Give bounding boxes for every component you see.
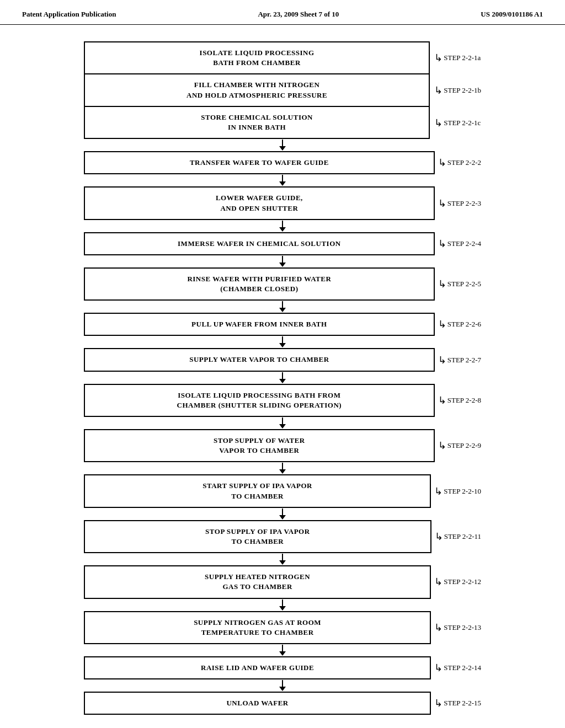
diagram-container: ISOLATE LIQUID PROCESSINGBATH FROM CHAMB… bbox=[0, 25, 565, 728]
step-row-6: IMMERSE WAFER IN CHEMICAL SOLUTION ↳ STE… bbox=[84, 232, 481, 255]
step-label-1: STEP 2-2-1a bbox=[444, 53, 481, 62]
step-row-4: TRANSFER WAFER TO WAFER GUIDE ↳ STEP 2-2… bbox=[84, 151, 481, 174]
step-box-15: SUPPLY NITROGEN GAS AT ROOMTEMPERATURE T… bbox=[84, 611, 431, 644]
step-box-wrapper-1: ISOLATE LIQUID PROCESSINGBATH FROM CHAMB… bbox=[84, 41, 430, 74]
step-box-17: UNLOAD WAFER bbox=[84, 692, 431, 715]
step-box-8: PULL UP WAFER FROM INNER BATH bbox=[84, 313, 435, 336]
header-left: Patent Application Publication bbox=[22, 10, 116, 19]
header-center: Apr. 23, 2009 Sheet 7 of 10 bbox=[258, 10, 339, 19]
bracket-label-1: ↳ STEP 2-2-1a bbox=[434, 41, 481, 74]
step-box-wrapper-14: SUPPLY HEATED NITROGENGAS TO CHAMBER bbox=[84, 565, 431, 598]
step-label-12: ↳ STEP 2-2-10 bbox=[434, 485, 481, 497]
step-label-17: ↳ STEP 2-2-15 bbox=[434, 697, 481, 709]
arrow-10-11 bbox=[84, 417, 481, 429]
arrow-9-10 bbox=[84, 372, 481, 384]
step-box-1: ISOLATE LIQUID PROCESSINGBATH FROM CHAMB… bbox=[84, 41, 430, 74]
step-box-wrapper-2: FILL CHAMBER WITH NITROGENAND HOLD ATMOS… bbox=[84, 73, 430, 106]
step-box-6: IMMERSE WAFER IN CHEMICAL SOLUTION bbox=[84, 232, 435, 255]
step-row-1: ISOLATE LIQUID PROCESSINGBATH FROM CHAMB… bbox=[84, 41, 430, 74]
step-box-wrapper-4: TRANSFER WAFER TO WAFER GUIDE bbox=[84, 151, 435, 174]
step-label-7: ↳ STEP 2-2-5 bbox=[438, 278, 481, 290]
step-box-10: ISOLATE LIQUID PROCESSING BATH FROMCHAMB… bbox=[84, 384, 435, 417]
step-box-16: RAISE LID AND WAFER GUIDE bbox=[84, 656, 431, 679]
step-label-5: ↳ STEP 2-2-3 bbox=[438, 197, 481, 210]
arrow-4-5 bbox=[84, 174, 481, 186]
step-box-3: STORE CHEMICAL SOLUTIONIN INNER BATH bbox=[84, 106, 430, 139]
step-box-wrapper-11: STOP SUPPLY OF WATERVAPOR TO CHAMBER bbox=[84, 429, 435, 462]
step-box-wrapper-7: RINSE WAFER WITH PURIFIED WATER(CHAMBER … bbox=[84, 267, 435, 301]
step-box-wrapper-5: LOWER WAFER GUIDE,AND OPEN SHUTTER bbox=[84, 186, 435, 220]
step-row-10: ISOLATE LIQUID PROCESSING BATH FROMCHAMB… bbox=[84, 384, 481, 417]
step-label-2: STEP 2-2-1b bbox=[444, 86, 481, 95]
step-box-wrapper-13: STOP SUPPLY OF IPA VAPORTO CHAMBER bbox=[84, 520, 431, 553]
step-row-2: FILL CHAMBER WITH NITROGENAND HOLD ATMOS… bbox=[84, 73, 430, 106]
step-box-2: FILL CHAMBER WITH NITROGENAND HOLD ATMOS… bbox=[84, 73, 430, 106]
step-row-14: SUPPLY HEATED NITROGENGAS TO CHAMBER ↳ S… bbox=[84, 565, 481, 598]
step-box-13: STOP SUPPLY OF IPA VAPORTO CHAMBER bbox=[84, 520, 431, 553]
arrow-13-14 bbox=[84, 553, 481, 565]
arrow-5-6 bbox=[84, 220, 481, 232]
arrow-7-8 bbox=[84, 301, 481, 313]
step-box-11: STOP SUPPLY OF WATERVAPOR TO CHAMBER bbox=[84, 429, 435, 462]
bracket-label-3: ↳ STEP 2-2-1c bbox=[434, 106, 481, 139]
header-right: US 2009/0101186 A1 bbox=[481, 10, 543, 19]
step-box-wrapper-15: SUPPLY NITROGEN GAS AT ROOMTEMPERATURE T… bbox=[84, 611, 431, 644]
step-label-10: ↳ STEP 2-2-8 bbox=[438, 394, 481, 406]
arrow-8-9 bbox=[84, 336, 481, 348]
arrow-16-17 bbox=[84, 679, 481, 692]
step-row-16: RAISE LID AND WAFER GUIDE ↳ STEP 2-2-14 bbox=[84, 656, 481, 679]
bracket-right-col: ↳ STEP 2-2-1a ↳ STEP 2-2-1b ↳ STEP 2-2-1… bbox=[432, 41, 481, 139]
step-box-wrapper-10: ISOLATE LIQUID PROCESSING BATH FROMCHAMB… bbox=[84, 384, 435, 417]
step-label-6: ↳ STEP 2-2-4 bbox=[438, 238, 481, 250]
step-label-4: ↳ STEP 2-2-2 bbox=[438, 157, 481, 169]
step-box-12: START SUPPLY OF IPA VAPORTO CHAMBER bbox=[84, 474, 431, 507]
arrow-12-13 bbox=[84, 508, 481, 520]
step-label-15: ↳ STEP 2-2-13 bbox=[434, 622, 481, 634]
step-box-9: SUPPLY WATER VAPOR TO CHAMBER bbox=[84, 348, 435, 371]
step-row-7: RINSE WAFER WITH PURIFIED WATER(CHAMBER … bbox=[84, 267, 481, 301]
step-label-3: STEP 2-2-1c bbox=[444, 119, 481, 127]
step-row-5: LOWER WAFER GUIDE,AND OPEN SHUTTER ↳ STE… bbox=[84, 186, 481, 220]
bracket-steps-col: ISOLATE LIQUID PROCESSINGBATH FROM CHAMB… bbox=[84, 41, 430, 139]
grouped-steps: ISOLATE LIQUID PROCESSINGBATH FROM CHAMB… bbox=[84, 41, 481, 139]
step-label-16: ↳ STEP 2-2-14 bbox=[434, 662, 481, 674]
step-box-wrapper-17: UNLOAD WAFER bbox=[84, 692, 431, 715]
step-box-wrapper-12: START SUPPLY OF IPA VAPORTO CHAMBER bbox=[84, 474, 431, 507]
page-header: Patent Application Publication Apr. 23, … bbox=[0, 0, 565, 25]
step-label-9: ↳ STEP 2-2-7 bbox=[438, 354, 481, 366]
arrow-11-12 bbox=[84, 462, 481, 474]
step-label-8: ↳ STEP 2-2-6 bbox=[438, 318, 481, 330]
arrow-3-4 bbox=[84, 139, 481, 151]
step-row-3: STORE CHEMICAL SOLUTIONIN INNER BATH bbox=[84, 106, 430, 139]
step-row-8: PULL UP WAFER FROM INNER BATH ↳ STEP 2-2… bbox=[84, 313, 481, 336]
step-row-13: STOP SUPPLY OF IPA VAPORTO CHAMBER ↳ STE… bbox=[84, 520, 481, 553]
step-box-5: LOWER WAFER GUIDE,AND OPEN SHUTTER bbox=[84, 186, 435, 220]
step-row-9: SUPPLY WATER VAPOR TO CHAMBER ↳ STEP 2-2… bbox=[84, 348, 481, 371]
step-box-14: SUPPLY HEATED NITROGENGAS TO CHAMBER bbox=[84, 565, 431, 598]
step-box-wrapper-16: RAISE LID AND WAFER GUIDE bbox=[84, 656, 431, 679]
step-box-wrapper-6: IMMERSE WAFER IN CHEMICAL SOLUTION bbox=[84, 232, 435, 255]
step-row-12: START SUPPLY OF IPA VAPORTO CHAMBER ↳ ST… bbox=[84, 474, 481, 507]
step-box-7: RINSE WAFER WITH PURIFIED WATER(CHAMBER … bbox=[84, 267, 435, 301]
arrow-15-16 bbox=[84, 644, 481, 656]
step-box-wrapper-9: SUPPLY WATER VAPOR TO CHAMBER bbox=[84, 348, 435, 371]
step-box-4: TRANSFER WAFER TO WAFER GUIDE bbox=[84, 151, 435, 174]
step-row-17: UNLOAD WAFER ↳ STEP 2-2-15 bbox=[84, 692, 481, 715]
step-label-11: ↳ STEP 2-2-9 bbox=[438, 440, 481, 452]
arrow-6-7 bbox=[84, 255, 481, 267]
bracket-label-2: ↳ STEP 2-2-1b bbox=[434, 74, 481, 106]
step-label-13: ↳ STEP 2-2-11 bbox=[435, 531, 481, 543]
arrow-14-15 bbox=[84, 599, 481, 611]
step-row-15: SUPPLY NITROGEN GAS AT ROOMTEMPERATURE T… bbox=[84, 611, 481, 644]
step-label-14: ↳ STEP 2-2-12 bbox=[434, 576, 481, 588]
step-box-wrapper-8: PULL UP WAFER FROM INNER BATH bbox=[84, 313, 435, 336]
step-row-11: STOP SUPPLY OF WATERVAPOR TO CHAMBER ↳ S… bbox=[84, 429, 481, 462]
step-box-wrapper-3: STORE CHEMICAL SOLUTIONIN INNER BATH bbox=[84, 106, 430, 139]
